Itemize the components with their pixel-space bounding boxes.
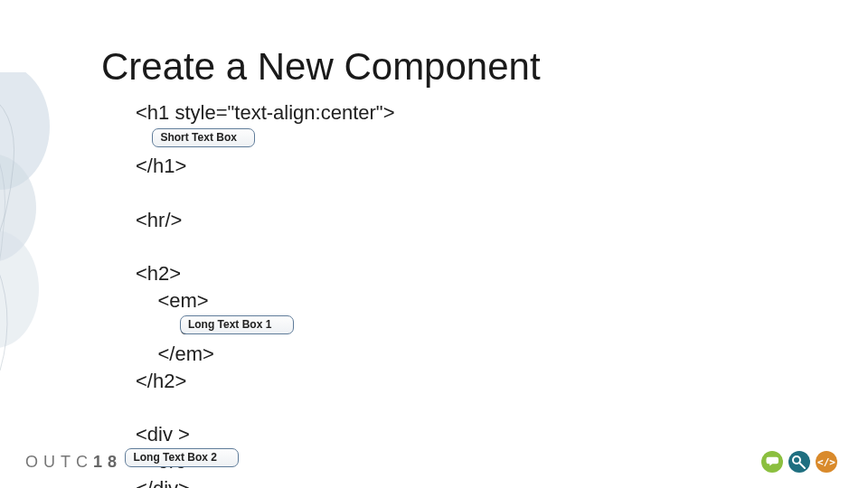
- blank-line: [136, 180, 395, 207]
- blank-line: [136, 233, 395, 260]
- code-sample: <h1 style="text-align:center"> ereShort …: [136, 99, 395, 488]
- code-line: </em>: [136, 341, 395, 368]
- svg-text:</>: </>: [817, 456, 835, 468]
- code-line: <div >: [136, 421, 395, 448]
- long-text-box-2-pill[interactable]: Long Text Box 2: [125, 448, 239, 467]
- svg-point-1: [0, 154, 36, 262]
- footer-icons: </>: [760, 448, 843, 475]
- code-line: </div>: [136, 475, 395, 488]
- code-line: ereShort Text Box: [136, 127, 395, 154]
- footer-brand: OUTC18: [25, 453, 122, 472]
- code-line: <h1 style="text-align:center">: [136, 99, 395, 127]
- em-open: <em>: [157, 289, 208, 312]
- code-line: eLong Text Box 1: [136, 314, 395, 342]
- blank-line: [136, 395, 395, 422]
- code-line: </h1>: [136, 153, 395, 180]
- brand-bold: 18: [93, 453, 122, 471]
- code-line: <h2>: [136, 260, 395, 287]
- brand-light: OUTC: [25, 453, 93, 471]
- code-line: <hr/>: [136, 207, 395, 234]
- code-line: ereLong Text Box 2: [136, 448, 395, 475]
- slide-title: Create a New Component: [101, 45, 541, 89]
- long-text-box-1-pill[interactable]: Long Text Box 1: [180, 315, 294, 334]
- short-text-box-pill[interactable]: Short Text Box: [152, 128, 255, 147]
- code-line: </h2>: [136, 368, 395, 395]
- watercolor-decoration: [0, 72, 72, 398]
- em-close: </em>: [157, 343, 213, 365]
- svg-point-2: [0, 230, 39, 348]
- code-line: <em>: [136, 287, 395, 314]
- svg-point-0: [0, 72, 50, 190]
